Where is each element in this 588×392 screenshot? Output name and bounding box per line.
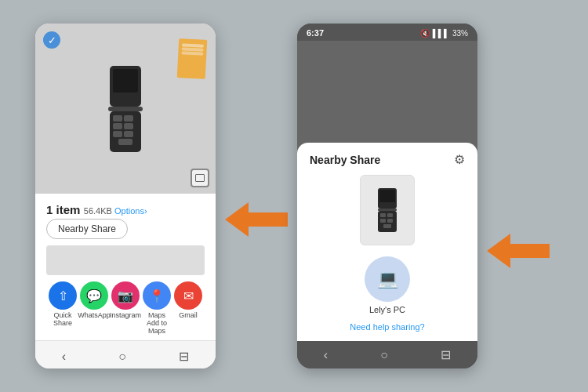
svg-rect-2 [108, 107, 143, 111]
maps-app[interactable]: 📍 MapsAdd to Maps [142, 281, 172, 336]
whatsapp-label: WhatsApp [78, 312, 111, 320]
right-nav-bar: ‹ ○ ⊟ [297, 341, 477, 368]
home-button-left[interactable]: ○ [111, 348, 134, 365]
status-time: 6:37 [307, 28, 324, 38]
arrow-head-right [487, 234, 510, 268]
gmail-label: Gmail [179, 312, 198, 320]
status-bar: 6:37 🔇 ▌▌▌ 33% [297, 24, 477, 41]
device-circle[interactable]: 💻 [365, 256, 410, 302]
svg-rect-4 [113, 115, 122, 122]
svg-rect-7 [124, 123, 133, 129]
mute-icon: 🔇 [420, 29, 430, 38]
quick-share-label: Quick Share [48, 312, 78, 328]
main-container: ✓ 1 item [35, 24, 553, 368]
grey-placeholder-box [46, 245, 205, 275]
recents-button-right[interactable]: ⊟ [433, 346, 459, 364]
instagram-label: Instagram [110, 312, 141, 320]
share-sheet: 1 item 56.4KB Options› Nearby Share ⇧ Qu… [35, 194, 216, 340]
file-preview-thumbnail [360, 175, 415, 245]
battery-icon: 33% [452, 29, 468, 38]
svg-rect-5 [124, 115, 133, 122]
app-icons-row: ⇧ Quick Share 💬 WhatsApp 📷 Instagram 📍 M… [46, 281, 205, 336]
svg-rect-10 [118, 139, 132, 145]
svg-rect-15 [380, 213, 386, 217]
right-arrow [487, 234, 550, 268]
sticky-note-decoration [177, 38, 208, 79]
panel-header: Nearby Share ⚙ [310, 152, 465, 167]
signal-icon: ▌▌▌ [433, 29, 449, 38]
help-sharing-link[interactable]: Need help sharing? [310, 322, 465, 332]
preview-flip-phone-icon [373, 188, 401, 232]
settings-gear-icon[interactable]: ⚙ [454, 152, 465, 167]
nearby-share-button[interactable]: Nearby Share [46, 219, 128, 239]
svg-rect-9 [124, 131, 133, 137]
device-name-label: Lely's PC [369, 305, 405, 314]
gmail-app[interactable]: ✉ Gmail [173, 281, 203, 336]
quick-share-icon: ⇧ [49, 281, 77, 310]
recents-button-left[interactable]: ⊟ [171, 347, 197, 365]
left-nav-bar: ‹ ○ ⊟ [35, 340, 216, 368]
gmail-icon: ✉ [174, 281, 202, 310]
arrow-right-shape [487, 234, 550, 268]
back-button-right[interactable]: ‹ [316, 347, 336, 364]
instagram-app[interactable]: 📷 Instagram [111, 281, 140, 336]
svg-rect-16 [387, 213, 393, 217]
screenshot-icon [191, 169, 209, 187]
svg-rect-1 [113, 69, 138, 93]
quick-share-app[interactable]: ⇧ Quick Share [48, 281, 78, 336]
whatsapp-app[interactable]: 💬 WhatsApp [79, 281, 109, 336]
flip-phone-image [98, 66, 153, 152]
photo-area: ✓ [35, 24, 216, 194]
arrow-head-left [225, 202, 249, 237]
options-link[interactable]: Options› [114, 206, 147, 216]
device-target-area: 💻 Lely's PC [310, 256, 465, 314]
svg-rect-19 [383, 224, 391, 228]
svg-rect-17 [380, 219, 386, 223]
whatsapp-icon: 💬 [80, 281, 108, 310]
svg-rect-8 [113, 131, 122, 137]
maps-label: MapsAdd to Maps [142, 312, 172, 336]
nearby-share-title: Nearby Share [310, 154, 380, 166]
item-size: 56.4KB [84, 206, 114, 216]
item-count: 1 item [46, 203, 80, 216]
back-button-left[interactable]: ‹ [54, 348, 74, 365]
svg-rect-18 [387, 219, 393, 223]
maps-icon: 📍 [143, 281, 171, 310]
arrow-left-shape [225, 202, 288, 237]
nearby-share-panel: Nearby Share ⚙ [297, 143, 477, 341]
left-arrow [225, 202, 288, 237]
instagram-icon: 📷 [111, 281, 140, 310]
arrow-body-left [249, 212, 288, 227]
home-button-right[interactable]: ○ [372, 347, 396, 364]
arrow-body-right [510, 244, 550, 258]
checkmark-badge: ✓ [43, 31, 60, 49]
laptop-icon: 💻 [377, 269, 398, 289]
status-icons: 🔇 ▌▌▌ 33% [420, 29, 468, 38]
svg-rect-13 [378, 209, 397, 211]
dark-background-area: Nearby Share ⚙ [297, 41, 477, 341]
right-phone: 6:37 🔇 ▌▌▌ 33% Nearby Share ⚙ [297, 24, 477, 368]
left-phone: ✓ 1 item [35, 24, 216, 368]
svg-rect-6 [113, 123, 122, 129]
svg-rect-12 [379, 190, 395, 202]
